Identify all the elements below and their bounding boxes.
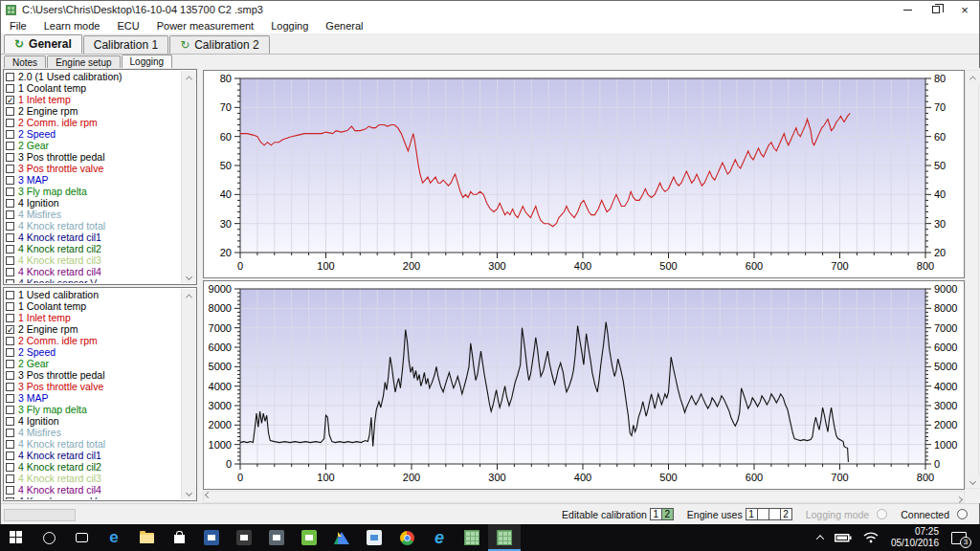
chart-horizontal-scrollbar[interactable] [203,491,965,503]
chrome-icon[interactable] [390,524,423,551]
list-item[interactable]: 1 Coolant temp [6,82,180,94]
action-center-icon[interactable]: 3 [946,524,976,551]
list-item[interactable]: 4 Ignition [6,415,180,427]
smp3-app-icon[interactable] [456,524,488,551]
start-icon[interactable] [0,524,33,551]
checkbox[interactable] [6,165,14,173]
subtab-engine-setup[interactable]: Engine setup [47,55,120,68]
checkbox[interactable] [6,497,14,500]
file-explorer-icon[interactable] [130,524,163,551]
list-item[interactable]: 2.0 (1 Used calibration) [6,71,180,82]
checkbox-checked[interactable]: ✓ [6,96,14,104]
internet-explorer-icon[interactable]: e [423,524,456,551]
list-item[interactable]: 1 Coolant temp [6,300,180,312]
checkbox[interactable] [6,268,14,276]
photos-app-icon[interactable] [358,524,390,551]
menu-item-logging[interactable]: Logging [262,20,317,32]
checkbox[interactable] [6,337,14,345]
editable-calibration-box[interactable]: 2 [661,508,674,520]
menu-item-ecu[interactable]: ECU [108,20,147,32]
edge-icon[interactable]: e [98,524,130,551]
checkbox[interactable] [6,153,14,162]
checkbox[interactable] [6,84,14,93]
scroll-down-icon[interactable] [182,486,196,499]
remote-app-icon[interactable] [195,524,228,551]
list-item[interactable]: 2 Comm. idle rpm [6,117,180,128]
menu-item-learn-mode[interactable]: Learn mode [35,20,109,32]
dark-app-icon[interactable] [228,524,260,551]
wifi-icon[interactable] [858,524,884,551]
list-item[interactable]: 4 Knock retard total [6,438,180,450]
list-item[interactable]: 2 Gear [6,358,180,369]
scroll-up-icon[interactable] [966,71,980,84]
checkbox[interactable] [6,142,14,150]
slate-app-icon[interactable] [260,524,293,551]
checkbox[interactable] [6,302,14,311]
subtab-notes[interactable]: Notes [4,55,46,68]
checkbox[interactable] [6,463,14,472]
list-item[interactable]: 2 Speed [6,128,180,140]
list-item[interactable]: 4 Knock sensor V [6,496,180,499]
list-item[interactable]: 3 Fly map delta [6,186,180,197]
subtab-logging[interactable]: Logging [122,55,173,68]
checkbox[interactable] [6,130,14,139]
checkbox[interactable] [6,107,14,116]
task-view-icon[interactable] [65,524,98,551]
chart-vertical-scrollbar[interactable] [965,70,979,489]
scroll-up-icon[interactable] [182,71,196,84]
list-item[interactable]: 4 Knock retard cil2 [6,243,180,254]
checkbox[interactable] [6,314,14,322]
list-bottom-scrollbar[interactable] [181,289,195,499]
checkbox[interactable] [6,199,14,208]
list-item[interactable]: 3 Pos throttle pedal [6,369,180,381]
checkbox[interactable] [6,73,14,81]
cortana-icon[interactable] [33,524,65,551]
menu-item-general[interactable]: General [317,20,371,32]
tab-calibration-1[interactable]: Calibration 1 [83,35,168,54]
list-item[interactable]: 3 MAP [6,392,180,404]
list-item[interactable]: 4 Ignition [6,197,180,209]
restore-button[interactable] [922,1,950,18]
tray-expand-icon[interactable] [812,524,829,551]
scroll-down-icon[interactable] [182,270,196,283]
list-item[interactable]: 4 Knock retard cil3 [6,473,180,484]
list-item[interactable]: 3 Pos throttle valve [6,381,180,392]
minimize-button[interactable] [893,1,922,18]
checkbox[interactable] [6,383,14,391]
list-item[interactable]: 4 Knock sensor V [6,277,180,283]
list-item[interactable]: 4 Knock retard cil2 [6,461,180,473]
checkbox[interactable] [6,360,14,368]
list-item[interactable]: ✓1 Inlet temp [6,94,180,105]
checkbox[interactable] [6,279,14,284]
engine-uses-box[interactable]: 2 [780,508,792,520]
scroll-right-icon[interactable] [956,496,963,503]
list-item[interactable]: 2 Gear [6,140,180,151]
checkbox[interactable] [6,176,14,185]
list-item[interactable]: 1 Inlet temp [6,312,180,323]
list-item[interactable]: 4 Knock retard cil4 [6,266,180,277]
checkbox[interactable] [6,187,14,196]
scroll-down-icon[interactable] [966,474,980,488]
tab-calibration-2[interactable]: ↻Calibration 2 [169,35,269,54]
list-item[interactable]: 3 Pos throttle pedal [6,151,180,163]
checkbox[interactable] [6,371,14,380]
list-item[interactable]: 4 Knock retard total [6,220,180,231]
checkbox[interactable] [6,291,14,299]
list-item[interactable]: 3 Pos throttle valve [6,163,180,174]
checkbox[interactable] [6,474,14,483]
menu-item-file[interactable]: File [1,20,35,32]
list-item[interactable]: 4 Knock retard cil1 [6,450,180,461]
scroll-left-icon[interactable] [205,492,212,498]
checkbox-checked[interactable]: ✓ [6,325,14,334]
evernote-icon[interactable] [293,524,325,551]
menu-item-power-measurement[interactable]: Power measurement [148,20,263,32]
list-item[interactable]: ✓2 Engine rpm [6,323,180,335]
list-top-scrollbar[interactable] [181,71,195,283]
list-item[interactable]: 4 Misfires [6,209,180,220]
list-item[interactable]: 4 Knock retard cil4 [6,484,180,496]
checkbox[interactable] [6,429,14,437]
checkbox[interactable] [6,222,14,231]
checkbox[interactable] [6,233,14,242]
checkbox[interactable] [6,417,14,426]
google-drive-icon[interactable] [325,524,358,551]
